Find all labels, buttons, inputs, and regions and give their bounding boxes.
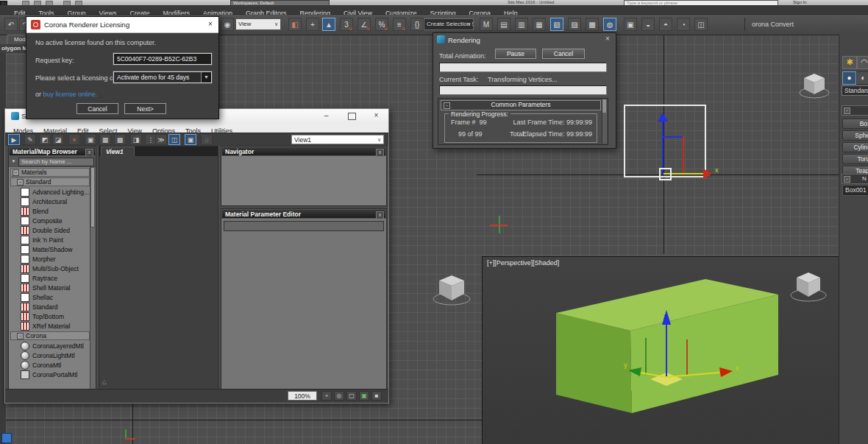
workspace-dropdown[interactable]: Workspaces: Default [230,0,330,5]
layout-children-icon[interactable]: ≫ [155,134,167,145]
select-tool-icon[interactable]: ▶ [8,134,20,145]
close-button[interactable]: × [371,111,381,120]
angle-snap-icon[interactable]: ∠∪ [357,18,371,31]
object-name-field[interactable]: Box001 [842,185,868,196]
browser-row[interactable]: Matte/Shadow [9,244,91,254]
browser-row[interactable]: CoronaMtl [9,360,91,370]
viewcube-icon[interactable] [799,69,830,100]
signin-button[interactable]: Sign In [793,0,807,5]
gizmo-y-axis[interactable] [662,116,664,175]
browser-row[interactable]: Materials [10,168,90,177]
object-type-rollout[interactable]: - [842,105,868,116]
filter-icon[interactable]: ▼ [10,158,17,165]
browser-row[interactable]: CoronaPortalMtl [9,370,91,379]
pan-icon[interactable]: + [321,391,332,401]
request-key-field[interactable]: 5C0040F7-0289-B52C-62B3 [113,53,212,65]
geometry-category-icon[interactable]: ● [842,71,856,85]
corona-convert-toolbar-label[interactable]: orona Convert [752,21,794,28]
show-background-icon[interactable]: ▣ [185,134,196,145]
browser-row[interactable]: Multi/Sub-Object [9,264,91,273]
scrollbar-thumb[interactable] [90,167,95,228]
gizmo-center-handle[interactable] [659,168,672,180]
eyedropper-icon[interactable]: ✎ [24,134,36,145]
zoom-region-icon[interactable]: ▢ [346,391,357,401]
navigator-header[interactable]: Navigatorx [221,147,386,156]
collapse-icon[interactable] [13,169,19,176]
minimize-button[interactable]: – [321,111,331,120]
licensing-option-dropdown[interactable]: Activate demo for 45 days▼ [113,71,212,83]
gizmo-y-arrow[interactable] [658,108,668,121]
reference-coordinate-dropdown[interactable]: ∨View [235,18,281,30]
schematic-view-icon[interactable]: ▩ [586,18,599,31]
browser-row[interactable]: Shell Material [9,283,91,292]
browser-row[interactable]: Advanced Lighting... [9,187,91,197]
spinner-snap-icon[interactable]: ≡∪ [393,18,406,31]
browser-row[interactable]: Corona [10,331,90,340]
browser-row[interactable]: Standard [10,177,90,186]
browser-row[interactable]: Raytrace [9,273,91,283]
browser-row[interactable]: CoronaLightMtl [9,350,91,360]
view1-panel[interactable]: View1 ⌂ [99,146,218,390]
render-iterative-icon[interactable]: ◓ [659,18,672,31]
browser-row[interactable]: CoronaLayeredMtl [9,341,91,350]
close-icon[interactable]: × [206,21,215,29]
corona-dialog-titlebar[interactable]: Corona Renderer Licensing × [26,17,218,33]
scene-geometry[interactable]: z y x [483,257,839,444]
create-tab[interactable]: ✱ [842,56,857,69]
browser-row[interactable]: Double Sided [9,225,91,235]
view-home-icon[interactable]: ⌂ [102,378,107,386]
zoom-region-icon[interactable]: ◌ [201,134,213,145]
rollout-scrollbar[interactable] [602,99,607,144]
object-type-button[interactable]: Cylinder [842,142,868,152]
render-quick-icon[interactable]: ◔ [677,18,690,31]
pan-all-icon[interactable]: ■ [371,391,382,401]
selection-set-dropdown[interactable]: ∨Create Selection Se [424,18,474,30]
layer-explorer-icon[interactable]: ▥ [515,18,528,31]
next-button[interactable]: Next> [124,103,166,114]
pick-material-icon[interactable]: ◩ [39,134,51,145]
close-icon[interactable]: x [376,211,384,219]
modify-tab[interactable]: ◠ [857,56,868,69]
slate-view-dropdown[interactable]: ∨View1 [291,135,384,144]
selection-filter-icon[interactable]: ◉ [221,18,234,31]
mirror-icon[interactable]: M [480,18,493,31]
snapshot-icon[interactable]: ◫ [694,18,708,31]
select-and-place-icon[interactable]: ▲ [322,18,335,31]
name-color-rollout[interactable]: -N [842,174,868,184]
snap-toggle-icon[interactable]: 3∪ [340,18,353,31]
mini-listener-icon[interactable] [1,433,12,443]
mirror-vertical-icon[interactable]: ◧ [288,18,302,31]
buy-license-link[interactable]: buy license online. [43,91,98,98]
zoom-selected-icon[interactable]: ▣ [359,391,369,401]
help-search-input[interactable]: Type a keyword or phrase [624,0,778,5]
chevron-down-icon[interactable]: ▼ [201,72,211,82]
shapes-category-icon[interactable]: ◐ [856,71,868,85]
browser-header[interactable]: Material/Map Browserx [9,147,96,156]
close-icon[interactable]: x [376,149,384,157]
render-setup-icon[interactable]: ◍ [603,18,616,31]
scene-explorer-icon[interactable]: ▦ [533,18,546,31]
cancel-button[interactable]: Cancel [77,103,118,114]
view1-tab[interactable]: View1 [101,147,135,156]
material-id-channel-icon[interactable]: ◫ [168,134,180,145]
perspective-viewport[interactable]: [+][Perspective][Shaded] z y x [482,256,839,444]
assign-material-icon[interactable]: ▣ [85,134,96,145]
browser-row[interactable]: XRef Material [9,321,91,331]
move-icon[interactable]: + [306,18,319,31]
show-end-result-icon[interactable]: ▩ [114,134,126,145]
render-production-icon[interactable]: ◒ [641,18,655,31]
keyboard-shortcut-icon[interactable]: {} [410,18,424,31]
object-category-dropdown[interactable]: Standard [842,85,868,96]
browser-row[interactable]: Standard [9,302,91,311]
maximize-button[interactable] [348,113,356,120]
pause-button[interactable]: Pause [495,49,536,59]
rendered-frame-icon[interactable]: ▣ [624,18,637,31]
browser-row[interactable]: Blend [9,206,91,216]
object-type-button[interactable]: Sphere [842,130,868,141]
browser-row[interactable]: Shellac [9,292,91,302]
delete-selected-icon[interactable]: × [68,134,80,145]
browser-row[interactable]: Top/Bottom [9,311,91,321]
close-icon[interactable]: × [603,35,612,43]
show-shaded-icon[interactable]: ◨ [130,134,142,145]
search-input[interactable]: Search by Name ... [18,158,94,166]
